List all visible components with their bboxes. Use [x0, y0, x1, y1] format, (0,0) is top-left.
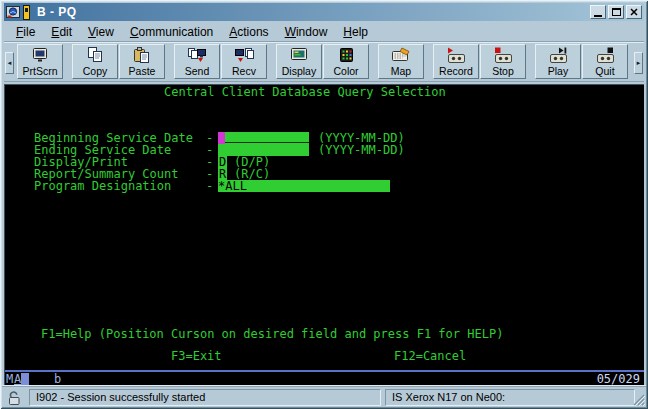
- menu-actions[interactable]: Actions: [221, 23, 276, 41]
- toolbar-button-label: Map: [391, 66, 411, 77]
- receive-file-icon: [233, 47, 255, 63]
- status-message: I902 - Session successfully started: [29, 389, 381, 406]
- toolbar-button-label: PrtScrn: [22, 66, 57, 77]
- window-title: B - PQ: [37, 5, 77, 19]
- date-format-hint: (YYYY-MM-DD): [318, 144, 405, 156]
- menu-window[interactable]: Window: [277, 23, 336, 41]
- oia-block-indicator: [21, 373, 29, 385]
- oia-separator-line: [5, 370, 644, 372]
- toolbar-play-button[interactable]: Play: [535, 44, 581, 79]
- oia-session-id: b: [54, 373, 61, 385]
- minimize-icon: [594, 15, 602, 17]
- resize-grip[interactable]: [632, 393, 645, 406]
- paste-icon: [131, 47, 153, 63]
- emulator-window: B - PQ File Edit View Communication Acti…: [0, 0, 648, 409]
- oia-cursor-position: 05/029: [597, 373, 640, 385]
- program-designation-input[interactable]: *ALL: [218, 180, 390, 192]
- toolbar-button-label: Record: [439, 66, 473, 77]
- toolbar-display-button[interactable]: Display: [276, 44, 322, 79]
- title-bar[interactable]: B - PQ: [4, 3, 644, 21]
- menu-help[interactable]: Help: [335, 23, 376, 41]
- toolbar-prtscrn-button[interactable]: PrtScrn: [17, 44, 63, 79]
- help-line: F1=Help (Position Curson on desired fiel…: [41, 328, 503, 340]
- macro-quit-icon: [594, 47, 616, 63]
- terminal-screen[interactable]: Central Client Database Query Selection …: [4, 84, 644, 386]
- left-arrow-icon: ◄: [7, 60, 13, 66]
- toolbar-button-label: Stop: [492, 66, 514, 77]
- macro-record-icon: [445, 47, 467, 63]
- unlocked-padlock-icon: [6, 389, 26, 406]
- macro-play-icon: [547, 47, 569, 63]
- right-arrow-icon: ►: [636, 60, 642, 66]
- toolbar-button-label: Copy: [83, 66, 108, 77]
- toolbar-button-label: Paste: [129, 66, 156, 77]
- toolbar-send-button[interactable]: Send: [174, 44, 220, 79]
- minimize-button[interactable]: [590, 5, 606, 19]
- toolbar: ◄ PrtScrn Copy Paste: [4, 41, 644, 82]
- toolbar-button-label: Play: [548, 66, 568, 77]
- display-setup-icon: [288, 47, 310, 63]
- toolbar-map-button[interactable]: Map: [378, 44, 424, 79]
- toolbar-copy-button[interactable]: Copy: [72, 44, 118, 79]
- oia-system-indicator: M: [6, 373, 13, 385]
- close-button[interactable]: [626, 5, 642, 19]
- menu-bar: File Edit View Communication Actions Win…: [4, 22, 644, 41]
- toolbar-button-label: Display: [282, 66, 316, 77]
- status-printer-device: IS Xerox N17 on Ne00:: [385, 389, 635, 406]
- toolbar-recv-button[interactable]: Recv: [221, 44, 267, 79]
- field-options-hint: (R/C): [234, 168, 270, 180]
- color-setup-icon: [335, 47, 357, 63]
- maximize-icon: [612, 8, 621, 16]
- toolbar-paste-button[interactable]: Paste: [119, 44, 165, 79]
- terminal-session-icon: [6, 5, 32, 20]
- display-print-input[interactable]: D: [218, 156, 227, 168]
- field-label: Program Designation: [34, 180, 171, 192]
- report-summary-count-input[interactable]: R: [218, 168, 227, 180]
- field-separator: -: [206, 180, 213, 192]
- copy-icon: [84, 47, 106, 63]
- toolbar-record-button[interactable]: Record: [433, 44, 479, 79]
- print-screen-icon: [29, 47, 51, 63]
- toolbar-quit-button[interactable]: Quit: [582, 44, 628, 79]
- keyboard-map-icon: [390, 47, 412, 63]
- menu-edit[interactable]: Edit: [43, 23, 80, 41]
- toolbar-color-button[interactable]: Color: [323, 44, 369, 79]
- menu-communication[interactable]: Communication: [122, 23, 221, 41]
- toolbar-button-label: Color: [333, 66, 358, 77]
- beginning-service-date-input[interactable]: [225, 132, 309, 144]
- fkey-exit: F3=Exit: [171, 350, 222, 362]
- toolbar-button-label: Send: [185, 66, 210, 77]
- operator-information-area: M A b 05/029: [5, 373, 644, 386]
- toolbar-scroll-left-button[interactable]: ◄: [5, 52, 14, 74]
- toolbar-scroll-right-button[interactable]: ►: [634, 52, 643, 74]
- toolbar-button-label: Quit: [595, 66, 614, 77]
- send-file-icon: [186, 47, 208, 63]
- menu-file[interactable]: File: [8, 23, 43, 41]
- toolbar-stop-button[interactable]: Stop: [480, 44, 526, 79]
- text-cursor: [218, 132, 225, 144]
- fkey-cancel: F12=Cancel: [394, 350, 466, 362]
- screen-title: Central Client Database Query Selection: [164, 86, 446, 98]
- toolbar-button-label: Recv: [232, 66, 256, 77]
- status-bar: I902 - Session successfully started IS X…: [2, 386, 646, 407]
- menu-view[interactable]: View: [80, 23, 122, 41]
- macro-stop-icon: [492, 47, 514, 63]
- maximize-button[interactable]: [608, 5, 624, 19]
- close-icon: [630, 8, 638, 16]
